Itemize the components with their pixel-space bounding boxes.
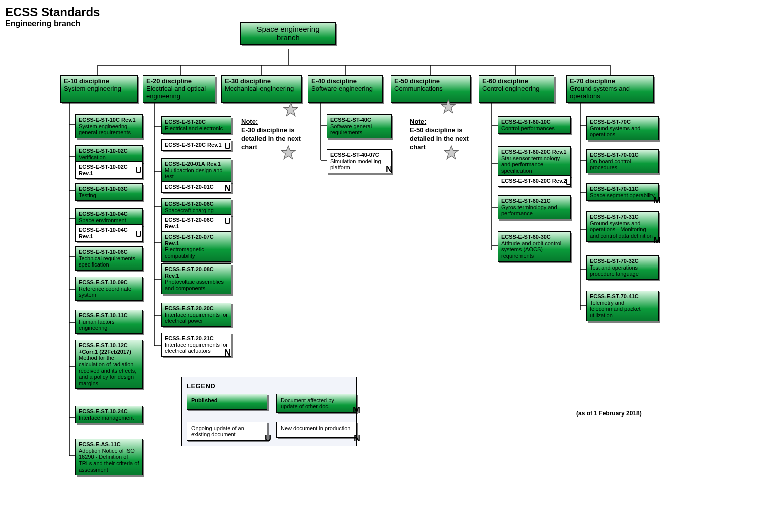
legend-newdoc: New document in production N xyxy=(276,422,356,441)
discipline-subtitle: System engineering xyxy=(64,85,134,93)
doc-e60-20c-rev2: ECSS-E-ST-60-20C Rev.2 xyxy=(498,175,571,187)
svg-marker-44 xyxy=(441,100,455,113)
doc-desc: Simulation modelling platform xyxy=(330,158,388,171)
doc-code: ECSS-E-ST-20-07C Rev.1 xyxy=(165,234,228,246)
doc-code: ECSS-E-ST-10-04C xyxy=(79,211,139,217)
note-body2: detailed in the next xyxy=(241,135,301,142)
tag-u: U xyxy=(135,165,142,176)
doc-code: ECSS-E-ST-10-03C xyxy=(79,186,139,192)
tag-u: U xyxy=(224,216,231,227)
root-box: Space engineering branch xyxy=(240,22,336,45)
discipline-subtitle: Control engineering xyxy=(482,85,551,93)
tag-n: N xyxy=(386,164,392,175)
discipline-title: E-40 discipline xyxy=(311,78,379,85)
doc-e20-20c-rev1: ECSS-E-ST-20C Rev.1 xyxy=(161,139,231,151)
doc-e20-08c: ECSS-E-ST-20-08C Rev.1 Photovoltaic asse… xyxy=(161,263,231,294)
note-body3: chart xyxy=(241,143,257,151)
doc-e70-01c: ECSS-E-ST-70-01C On-board control proced… xyxy=(586,149,659,173)
doc-desc: Gyros terminology and performance xyxy=(501,204,567,217)
doc-desc: Human factors engineering xyxy=(79,319,139,331)
doc-code: ECSS-E-ST-60-30C xyxy=(501,234,567,240)
doc-desc: Verification xyxy=(79,154,139,161)
doc-desc: Reference coordinate system xyxy=(79,286,139,298)
doc-desc: Star sensor terminology and performance … xyxy=(501,155,567,174)
doc-code: ECSS-E-ST-10C Rev.1 xyxy=(79,117,139,123)
doc-code: ECSS-E-ST-20-08C Rev.1 xyxy=(165,266,228,279)
doc-e70-32c: ECSS-E-ST-70-32C Test and operations pro… xyxy=(586,255,659,280)
doc-desc: Method for the calculation of radiation … xyxy=(79,355,139,386)
tag-u: U xyxy=(265,433,271,444)
doc-desc: Electromagnetic compatibility xyxy=(165,246,228,259)
doc-e70-31c: ECSS-E-ST-70-31C Ground systems and oper… xyxy=(586,211,659,242)
note-body2: detailed in the next xyxy=(410,135,469,142)
doc-e10-06c: ECSS-E-ST-10-06C Technical requirements … xyxy=(75,246,143,271)
discipline-e50: E-50 discipline Communications xyxy=(391,75,471,103)
doc-e40-40c: ECSS-E-ST-40C Software general requireme… xyxy=(327,114,392,138)
discipline-title: E-50 discipline xyxy=(394,78,467,85)
doc-e40-07c: ECSS-E-ST-40-07C Simulation modelling pl… xyxy=(327,149,392,173)
discipline-e10: E-10 discipline System engineering xyxy=(60,75,138,103)
doc-code: ECSS-E-ST-20C xyxy=(165,119,228,125)
discipline-e70: E-70 discipline Ground systems and opera… xyxy=(566,75,654,103)
doc-desc: Photovoltaic assemblies and components xyxy=(165,279,228,291)
root-line2: branch xyxy=(244,33,332,42)
tag-n: N xyxy=(224,348,231,358)
svg-marker-43 xyxy=(284,103,298,116)
doc-code: ECSS-E-ST-10-24C xyxy=(79,408,139,415)
tag-n: N xyxy=(224,183,231,194)
doc-desc: Testing xyxy=(79,192,139,199)
doc-code: ECSS-E-ST-70-31C xyxy=(590,214,655,220)
page-title: ECSS Standards xyxy=(5,5,776,19)
doc-code: ECSS-E-ST-10-06C xyxy=(79,249,139,255)
doc-code: ECSS-E-ST-20-01C xyxy=(165,184,228,190)
doc-code: ECSS-E-ST-40-07C xyxy=(330,152,388,158)
doc-code: ECSS-E-AS-11C xyxy=(79,441,139,448)
tag-m: M xyxy=(653,235,661,246)
legend-newdoc-box: New document in production xyxy=(276,422,356,438)
doc-desc: Software general requirements xyxy=(330,123,388,136)
doc-e60-10c: ECSS-E-ST-60-10C Control performances xyxy=(498,116,571,134)
doc-e60-30c: ECSS-E-ST-60-30C Attitude and orbit cont… xyxy=(498,231,571,262)
doc-desc: Spacecraft charging xyxy=(165,207,228,214)
doc-e70-41c: ECSS-E-ST-70-41C Telemetry and telecomma… xyxy=(586,291,659,321)
doc-code: ECSS-E-ST-70C xyxy=(590,119,655,125)
note-body3: chart xyxy=(410,143,426,151)
doc-desc: Attitude and orbit control systems (AOCS… xyxy=(501,240,567,259)
discipline-subtitle: Mechanical engineering xyxy=(225,85,298,93)
doc-code: ECSS-E-ST-40C xyxy=(330,117,388,123)
note-head: Note: xyxy=(241,118,258,125)
doc-desc: Control performances xyxy=(501,125,567,132)
doc-desc: Test and operations procedure language xyxy=(590,264,655,277)
doc-e10-12c: ECSS-E-ST-10-12C +Corr.1 (22Feb2017) Met… xyxy=(75,340,143,389)
doc-e20-01c: ECSS-E-ST-20-01C xyxy=(161,181,231,193)
discipline-e40: E-40 discipline Software engineering xyxy=(308,75,383,103)
doc-e20-01a: ECSS-E-20-01A Rev.1 Multipaction design … xyxy=(161,158,231,182)
doc-e10-09c: ECSS-E-ST-10-09C Reference coordinate sy… xyxy=(75,277,143,301)
doc-desc: Technical requirements specification xyxy=(79,255,139,268)
doc-e60-20c: ECSS-E-ST-60-20C Rev.1 Star sensor termi… xyxy=(498,146,571,177)
tag-m: M xyxy=(653,195,661,206)
discipline-e20: E-20 discipline Electrical and optical e… xyxy=(143,75,215,103)
tag-u: U xyxy=(565,177,572,188)
legend-ongoing: Ongoing update of an existing document U xyxy=(187,422,267,441)
doc-e70-11c: ECSS-E-ST-70-11C Space segment operabili… xyxy=(586,183,659,201)
doc-desc: Space segment operability xyxy=(590,192,655,199)
doc-code: ECSS-E-ST-70-01C xyxy=(590,152,655,158)
doc-code: ECSS-E-ST-10-02C xyxy=(79,148,139,154)
doc-e10-as11c: ECSS-E-AS-11C Adoption Notice of ISO 162… xyxy=(75,439,143,475)
discipline-e30: E-30 discipline Mechanical engineering xyxy=(221,75,302,103)
doc-code: ECSS-E-ST-70-11C xyxy=(590,186,655,192)
legend-ongoing-box: Ongoing update of an existing document xyxy=(187,422,267,441)
page-subtitle: Engineering branch xyxy=(5,19,776,28)
doc-e10-04c-rev1: ECSS-E-ST-10-04C Rev.1 xyxy=(75,224,143,242)
root-line1: Space engineering xyxy=(244,25,332,33)
legend-affected: Document affected by update of other doc… xyxy=(276,394,356,413)
doc-desc: Interface management xyxy=(79,415,139,421)
doc-desc: Telemetry and telecommand packet utiliza… xyxy=(590,300,655,319)
doc-e10-11c: ECSS-E-ST-10-11C Human factors engineeri… xyxy=(75,310,143,334)
discipline-title: E-10 discipline xyxy=(64,78,134,85)
doc-code: ECSS-E-ST-70-32C xyxy=(590,258,655,264)
doc-desc: Adoption Notice of ISO 16290 - Definitio… xyxy=(79,448,139,473)
star-icon xyxy=(441,99,456,114)
doc-e20-20-20c: ECSS-E-ST-20-20C Interface requirements … xyxy=(161,303,231,327)
